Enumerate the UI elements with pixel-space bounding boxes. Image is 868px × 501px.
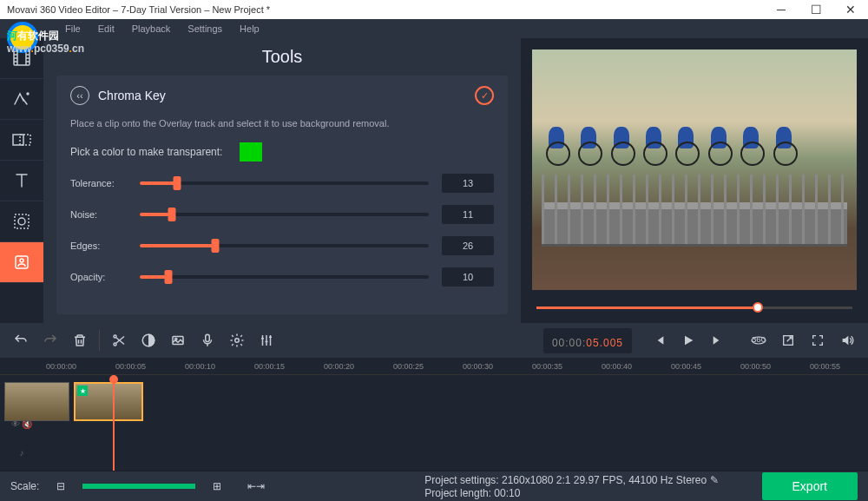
panel-name: Chroma Key [98, 89, 166, 102]
tool-sidebar [0, 38, 43, 323]
svg-text:360: 360 [752, 334, 766, 344]
color-adjust-button[interactable] [135, 326, 162, 354]
svg-rect-2 [13, 135, 23, 145]
crop-button[interactable] [164, 326, 192, 354]
svg-point-9 [114, 343, 116, 346]
video-preview[interactable] [532, 49, 857, 290]
detach-button[interactable] [774, 326, 802, 354]
noise-label: Noise: [70, 209, 127, 220]
split-button[interactable] [105, 326, 133, 354]
window-controls: ─ ☐ ✕ [764, 0, 868, 19]
minimize-button[interactable]: ─ [764, 0, 799, 19]
volume-button[interactable] [833, 326, 861, 354]
menu-playback[interactable]: Playback [123, 23, 180, 34]
effects-tab[interactable] [0, 201, 43, 242]
menu-file[interactable]: File [56, 23, 89, 34]
svg-point-1 [27, 93, 29, 95]
project-settings-label: Project settings: [424, 474, 498, 486]
project-settings-value: 2160x1080 2:1 29.97 FPS, 44100 Hz Stereo [502, 474, 707, 486]
opacity-slider[interactable] [140, 275, 429, 279]
filters-tab[interactable] [0, 79, 43, 120]
microphone-button[interactable] [194, 326, 221, 354]
undo-button[interactable] [7, 326, 35, 354]
tools-panel: Tools ‹‹ Chroma Key ✓ Place a clip onto … [43, 38, 521, 323]
tolerance-slider[interactable] [140, 181, 429, 185]
clip-2-selected[interactable]: ★ [74, 382, 143, 421]
close-button[interactable]: ✕ [833, 0, 868, 19]
export-button[interactable]: Export [762, 472, 858, 500]
edges-value[interactable]: 26 [442, 236, 494, 255]
svg-rect-4 [15, 214, 29, 228]
svg-point-8 [114, 335, 116, 338]
play-button[interactable] [674, 326, 702, 354]
zoom-in-icon[interactable]: ⊞ [213, 480, 221, 492]
timeline: 00:00:00 00:00:05 00:00:10 00:00:15 00:0… [0, 358, 868, 471]
chroma-key-panel: ‹‹ Chroma Key ✓ Place a clip onto the Ov… [56, 76, 508, 314]
tools-panel-title: Tools [56, 47, 508, 67]
menu-settings[interactable]: Settings [179, 23, 231, 34]
tolerance-label: Tolerance: [70, 178, 127, 188]
redo-button[interactable] [36, 326, 64, 354]
svg-rect-13 [206, 334, 210, 341]
opacity-label: Opacity: [70, 272, 127, 282]
playhead[interactable] [113, 375, 115, 471]
time-ruler[interactable]: 00:00:00 00:00:05 00:00:10 00:00:15 00:0… [0, 358, 868, 375]
svg-rect-3 [20, 135, 30, 145]
window-titlebar: Movavi 360 Video Editor – 7-Day Trial Ve… [0, 0, 868, 19]
audio-track-icon[interactable]: ♪ [20, 448, 24, 458]
equalizer-button[interactable] [253, 326, 280, 354]
svg-point-5 [18, 218, 25, 225]
color-swatch[interactable] [240, 142, 262, 162]
scrub-bar[interactable] [528, 299, 861, 316]
prev-frame-button[interactable] [645, 326, 673, 354]
menu-edit[interactable]: Edit [89, 23, 123, 34]
apply-button[interactable]: ✓ [475, 86, 494, 105]
menubar: File Edit Playback Settings Help [0, 19, 868, 38]
opacity-value[interactable]: 10 [442, 267, 494, 287]
tracks-area[interactable]: ▣ 🔇 👁 🔇 ♪ ★ [0, 375, 868, 471]
toolbar: 00:00:05.005 360 [0, 323, 868, 358]
timecode-display: 00:00:05.005 [543, 328, 632, 353]
effect-indicator-icon: ★ [77, 386, 88, 396]
fullscreen-button[interactable] [804, 326, 832, 354]
noise-slider[interactable] [140, 213, 429, 216]
edit-settings-icon[interactable]: ✎ [710, 474, 719, 486]
preview-area [521, 38, 868, 323]
more-tools-tab[interactable] [0, 242, 43, 283]
fit-timeline-icon[interactable]: ⇤⇥ [247, 480, 265, 492]
transitions-tab[interactable] [0, 120, 43, 161]
edges-label: Edges: [70, 241, 127, 251]
menu-help[interactable]: Help [231, 23, 268, 34]
pick-color-label: Pick a color to make transparent: [70, 146, 222, 158]
clip-1[interactable] [4, 382, 69, 421]
watermark-logo [7, 22, 38, 53]
scale-slider[interactable] [82, 484, 195, 489]
titles-tab[interactable] [0, 161, 43, 201]
next-frame-button[interactable] [704, 326, 732, 354]
svg-point-14 [235, 339, 240, 343]
view360-button[interactable]: 360 [745, 326, 773, 354]
trash-button[interactable] [66, 326, 94, 354]
clip-settings-button[interactable] [223, 326, 251, 354]
window-title: Movavi 360 Video Editor – 7-Day Trial Ve… [7, 4, 270, 15]
svg-point-7 [20, 259, 23, 262]
tolerance-value[interactable]: 13 [442, 174, 494, 193]
noise-value[interactable]: 11 [442, 205, 494, 224]
scale-label: Scale: [10, 480, 39, 492]
zoom-out-icon[interactable]: ⊟ [56, 480, 65, 492]
project-length-label: Project length: [424, 487, 491, 499]
edges-slider[interactable] [140, 244, 429, 247]
maximize-button[interactable]: ☐ [799, 0, 833, 19]
footer-bar: Scale: ⊟ ⊞ ⇤⇥ Project settings: 2160x108… [0, 471, 868, 501]
info-text: Place a clip onto the Overlay track and … [70, 117, 494, 130]
project-length-value: 00:10 [494, 487, 520, 499]
back-button[interactable]: ‹‹ [70, 86, 89, 105]
